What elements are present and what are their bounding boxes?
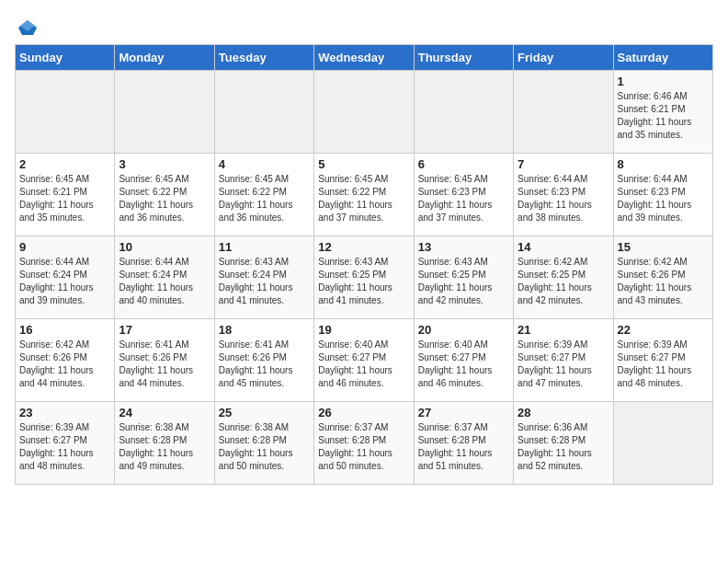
day-info: Sunrise: 6:39 AM Sunset: 6:27 PM Dayligh…: [618, 339, 709, 390]
general-blue-icon: [15, 18, 40, 37]
calendar-cell: 28Sunrise: 6:36 AM Sunset: 6:28 PM Dayli…: [514, 402, 613, 485]
calendar-cell: 10Sunrise: 6:44 AM Sunset: 6:24 PM Dayli…: [115, 236, 214, 319]
day-info: Sunrise: 6:43 AM Sunset: 6:25 PM Dayligh…: [418, 256, 509, 307]
header-day-wednesday: Wednesday: [314, 45, 414, 71]
day-info: Sunrise: 6:38 AM Sunset: 6:28 PM Dayligh…: [119, 421, 210, 473]
day-info: Sunrise: 6:39 AM Sunset: 6:27 PM Dayligh…: [19, 421, 110, 473]
header-day-tuesday: Tuesday: [214, 45, 313, 71]
header-day-monday: Monday: [115, 45, 214, 71]
day-info: Sunrise: 6:44 AM Sunset: 6:24 PM Dayligh…: [19, 256, 110, 307]
day-info: Sunrise: 6:42 AM Sunset: 6:26 PM Dayligh…: [618, 256, 709, 307]
day-info: Sunrise: 6:41 AM Sunset: 6:26 PM Dayligh…: [219, 339, 310, 390]
day-number: 23: [19, 406, 110, 419]
calendar-cell: 24Sunrise: 6:38 AM Sunset: 6:28 PM Dayli…: [115, 402, 214, 485]
header-day-sunday: Sunday: [16, 45, 115, 71]
calendar-cell: 17Sunrise: 6:41 AM Sunset: 6:26 PM Dayli…: [115, 319, 214, 402]
day-info: Sunrise: 6:42 AM Sunset: 6:25 PM Dayligh…: [518, 256, 609, 307]
day-number: 14: [518, 240, 609, 254]
day-number: 28: [518, 406, 609, 419]
day-number: 1: [618, 75, 709, 88]
day-info: Sunrise: 6:40 AM Sunset: 6:27 PM Dayligh…: [318, 339, 409, 390]
page-header: [15, 15, 713, 37]
day-info: Sunrise: 6:44 AM Sunset: 6:23 PM Dayligh…: [518, 173, 609, 224]
day-number: 25: [219, 406, 310, 419]
day-info: Sunrise: 6:37 AM Sunset: 6:28 PM Dayligh…: [418, 421, 509, 473]
calendar-week-1: 1Sunrise: 6:46 AM Sunset: 6:21 PM Daylig…: [16, 71, 713, 154]
day-info: Sunrise: 6:41 AM Sunset: 6:26 PM Dayligh…: [119, 339, 210, 390]
day-number: 5: [318, 157, 409, 171]
day-number: 17: [119, 323, 210, 337]
header-day-thursday: Thursday: [414, 45, 513, 71]
calendar-cell: 20Sunrise: 6:40 AM Sunset: 6:27 PM Dayli…: [414, 319, 513, 402]
calendar-body: 1Sunrise: 6:46 AM Sunset: 6:21 PM Daylig…: [16, 71, 713, 485]
day-info: Sunrise: 6:42 AM Sunset: 6:26 PM Dayligh…: [19, 339, 110, 390]
calendar-cell: 25Sunrise: 6:38 AM Sunset: 6:28 PM Dayli…: [214, 402, 313, 485]
day-number: 26: [318, 406, 409, 419]
day-number: 11: [219, 240, 310, 254]
calendar-table: SundayMondayTuesdayWednesdayThursdayFrid…: [15, 44, 713, 485]
calendar-cell: 12Sunrise: 6:43 AM Sunset: 6:25 PM Dayli…: [314, 236, 414, 319]
calendar-cell: 23Sunrise: 6:39 AM Sunset: 6:27 PM Dayli…: [16, 402, 115, 485]
calendar-week-2: 2Sunrise: 6:45 AM Sunset: 6:21 PM Daylig…: [16, 154, 713, 236]
day-number: 7: [518, 157, 609, 171]
day-info: Sunrise: 6:37 AM Sunset: 6:28 PM Dayligh…: [318, 421, 409, 473]
day-info: Sunrise: 6:39 AM Sunset: 6:27 PM Dayligh…: [518, 339, 609, 390]
day-number: 20: [418, 323, 509, 337]
calendar-cell: 13Sunrise: 6:43 AM Sunset: 6:25 PM Dayli…: [414, 236, 513, 319]
calendar-header-row: SundayMondayTuesdayWednesdayThursdayFrid…: [16, 45, 713, 71]
calendar-week-5: 23Sunrise: 6:39 AM Sunset: 6:27 PM Dayli…: [16, 402, 713, 485]
calendar-cell: [16, 71, 115, 154]
day-number: 16: [19, 323, 110, 337]
calendar-cell: 27Sunrise: 6:37 AM Sunset: 6:28 PM Dayli…: [414, 402, 513, 485]
day-info: Sunrise: 6:45 AM Sunset: 6:23 PM Dayligh…: [418, 173, 509, 224]
header-day-saturday: Saturday: [613, 45, 712, 71]
day-number: 12: [318, 240, 409, 254]
calendar-cell: 22Sunrise: 6:39 AM Sunset: 6:27 PM Dayli…: [613, 319, 712, 402]
calendar-cell: 3Sunrise: 6:45 AM Sunset: 6:22 PM Daylig…: [115, 154, 214, 236]
calendar-cell: 18Sunrise: 6:41 AM Sunset: 6:26 PM Dayli…: [214, 319, 313, 402]
calendar-cell: 14Sunrise: 6:42 AM Sunset: 6:25 PM Dayli…: [514, 236, 613, 319]
day-info: Sunrise: 6:43 AM Sunset: 6:24 PM Dayligh…: [219, 256, 310, 307]
day-number: 10: [119, 240, 210, 254]
calendar-cell: [514, 71, 613, 154]
calendar-cell: [314, 71, 414, 154]
calendar-week-4: 16Sunrise: 6:42 AM Sunset: 6:26 PM Dayli…: [16, 319, 713, 402]
day-number: 19: [318, 323, 409, 337]
day-number: 15: [618, 240, 709, 254]
calendar-cell: [214, 71, 313, 154]
calendar-cell: 15Sunrise: 6:42 AM Sunset: 6:26 PM Dayli…: [613, 236, 712, 319]
day-number: 13: [418, 240, 509, 254]
day-info: Sunrise: 6:38 AM Sunset: 6:28 PM Dayligh…: [219, 421, 310, 473]
day-info: Sunrise: 6:44 AM Sunset: 6:23 PM Dayligh…: [618, 173, 709, 224]
calendar-cell: 2Sunrise: 6:45 AM Sunset: 6:21 PM Daylig…: [16, 154, 115, 236]
calendar-cell: 19Sunrise: 6:40 AM Sunset: 6:27 PM Dayli…: [314, 319, 414, 402]
day-number: 27: [418, 406, 509, 419]
calendar-cell: 26Sunrise: 6:37 AM Sunset: 6:28 PM Dayli…: [314, 402, 414, 485]
day-number: 21: [518, 323, 609, 337]
day-info: Sunrise: 6:36 AM Sunset: 6:28 PM Dayligh…: [518, 421, 609, 473]
calendar-week-3: 9Sunrise: 6:44 AM Sunset: 6:24 PM Daylig…: [16, 236, 713, 319]
day-number: 6: [418, 157, 509, 171]
calendar-cell: 6Sunrise: 6:45 AM Sunset: 6:23 PM Daylig…: [414, 154, 513, 236]
calendar-cell: 16Sunrise: 6:42 AM Sunset: 6:26 PM Dayli…: [16, 319, 115, 402]
calendar-cell: 8Sunrise: 6:44 AM Sunset: 6:23 PM Daylig…: [613, 154, 712, 236]
calendar-cell: 7Sunrise: 6:44 AM Sunset: 6:23 PM Daylig…: [514, 154, 613, 236]
header-day-friday: Friday: [514, 45, 613, 71]
day-info: Sunrise: 6:44 AM Sunset: 6:24 PM Dayligh…: [119, 256, 210, 307]
calendar-cell: [115, 71, 214, 154]
calendar-cell: 5Sunrise: 6:45 AM Sunset: 6:22 PM Daylig…: [314, 154, 414, 236]
calendar-cell: 1Sunrise: 6:46 AM Sunset: 6:21 PM Daylig…: [613, 71, 712, 154]
day-info: Sunrise: 6:45 AM Sunset: 6:22 PM Dayligh…: [318, 173, 409, 224]
day-info: Sunrise: 6:45 AM Sunset: 6:22 PM Dayligh…: [219, 173, 310, 224]
calendar-cell: [613, 402, 712, 485]
calendar-cell: 4Sunrise: 6:45 AM Sunset: 6:22 PM Daylig…: [214, 154, 313, 236]
day-info: Sunrise: 6:43 AM Sunset: 6:25 PM Dayligh…: [318, 256, 409, 307]
day-info: Sunrise: 6:45 AM Sunset: 6:21 PM Dayligh…: [19, 173, 110, 224]
day-number: 9: [19, 240, 110, 254]
day-info: Sunrise: 6:46 AM Sunset: 6:21 PM Dayligh…: [618, 90, 709, 142]
calendar-cell: [414, 71, 513, 154]
day-number: 22: [618, 323, 709, 337]
day-info: Sunrise: 6:40 AM Sunset: 6:27 PM Dayligh…: [418, 339, 509, 390]
day-info: Sunrise: 6:45 AM Sunset: 6:22 PM Dayligh…: [119, 173, 210, 224]
day-number: 4: [219, 157, 310, 171]
